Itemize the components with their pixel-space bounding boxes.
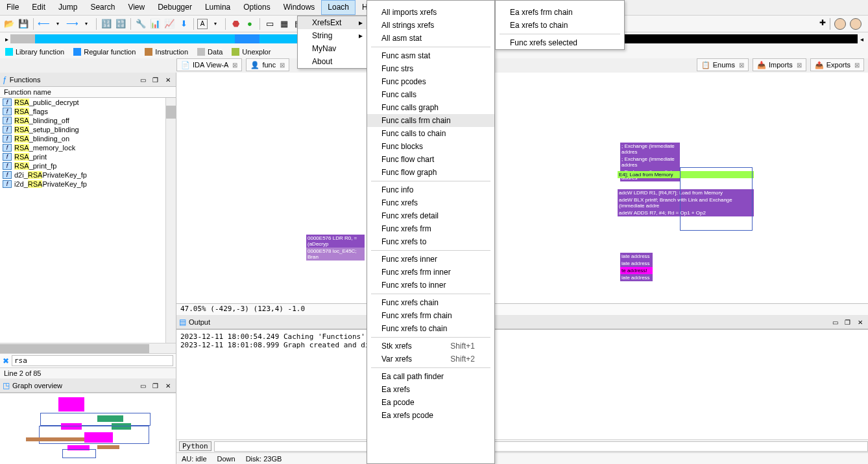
menu-item[interactable]: Ea xrefs to chain: [496, 19, 624, 32]
dock-icon[interactable]: ▭: [138, 76, 148, 84]
stop-icon[interactable]: ⬣: [229, 17, 242, 30]
menu-item[interactable]: Func xrefs inner: [367, 253, 494, 266]
dd-icon[interactable]: ▾: [51, 17, 64, 30]
menu-item[interactable]: Ea xrefs: [367, 383, 494, 396]
menu-debugger[interactable]: Debugger: [151, 0, 199, 15]
python-input[interactable]: [214, 441, 868, 452]
scroll-right-icon[interactable]: ◂: [858, 36, 865, 43]
close-icon[interactable]: ⊠: [232, 62, 237, 69]
avatar-icon[interactable]: [834, 18, 846, 30]
function-row[interactable]: fRSA_memory_lock: [0, 143, 176, 152]
menu-item[interactable]: Func calls: [367, 88, 494, 101]
xrefsext-submenu[interactable]: All imports xrefsAll strings xrefsAll as…: [367, 0, 495, 464]
menu-view[interactable]: View: [121, 0, 151, 15]
menu-item[interactable]: Var xrefsShift+2: [367, 353, 494, 365]
close-icon[interactable]: ✕: [163, 382, 173, 389]
tab[interactable]: 📋Enums⊠: [697, 58, 749, 71]
menu-file[interactable]: File: [0, 0, 25, 15]
menu-item[interactable]: Ea pcode: [367, 396, 494, 409]
menu-item[interactable]: Func calls to chain: [367, 127, 494, 140]
menu-item[interactable]: All imports xrefs: [367, 6, 494, 19]
menu-item[interactable]: Func xrefs frm chain: [367, 309, 494, 322]
ida-view[interactable]: 0000E576 LDR R0, =(aDecryp 0000E578 loc_…: [176, 73, 868, 303]
bin-icon[interactable]: 🔢: [100, 17, 113, 30]
down-icon[interactable]: ⬇: [177, 17, 190, 30]
function-row[interactable]: fRSA_print: [0, 152, 176, 161]
restore-icon[interactable]: ❐: [843, 319, 853, 326]
dd-icon[interactable]: ▾: [80, 17, 93, 30]
open-icon[interactable]: 📂: [3, 17, 16, 30]
tool-icon[interactable]: 📊: [149, 17, 162, 30]
tab[interactable]: 📤Exports⊠: [810, 58, 864, 71]
plugin-icon[interactable]: ✚: [819, 18, 826, 30]
menu-item[interactable]: About: [298, 55, 367, 68]
close-icon[interactable]: ✕: [163, 76, 173, 84]
menu-lumina[interactable]: Lumina: [199, 0, 237, 15]
menu-item[interactable]: Ea call path finder: [367, 370, 494, 383]
menu-jump[interactable]: Jump: [52, 0, 84, 15]
filter-input[interactable]: [12, 355, 173, 366]
function-row[interactable]: fRSA_blinding_on: [0, 134, 176, 143]
save-icon[interactable]: 💾: [17, 17, 30, 30]
menu-search[interactable]: Search: [84, 0, 121, 15]
menu-item[interactable]: Func xrefs: [367, 196, 494, 209]
close-icon[interactable]: ⊠: [739, 62, 744, 69]
menu-item[interactable]: Ea xrefs frm chain: [496, 6, 624, 19]
menu-item[interactable]: MyNav: [298, 42, 367, 55]
win-icon[interactable]: ▭: [263, 17, 276, 30]
menu-item[interactable]: Func blocks: [367, 140, 494, 153]
menu-item[interactable]: Func flow graph: [367, 166, 494, 179]
restore-icon[interactable]: ❐: [151, 382, 161, 389]
graph-overview[interactable]: [0, 393, 176, 464]
scroll-left-icon[interactable]: ▸: [3, 36, 10, 43]
menu-item[interactable]: Func xrefs frm: [367, 222, 494, 235]
restore-icon[interactable]: ❐: [151, 76, 161, 84]
close-icon[interactable]: ⊠: [797, 62, 802, 69]
back-icon[interactable]: ⟵: [37, 17, 50, 30]
hex-icon[interactable]: 🔡: [114, 17, 127, 30]
menu-item[interactable]: Func calls frm chain: [367, 114, 494, 127]
menu-item[interactable]: Func strs: [367, 62, 494, 75]
xrefsext-submenu-2[interactable]: Ea xrefs frm chainEa xrefs to chainFunc …: [495, 0, 625, 50]
menu-loach[interactable]: Loach: [321, 0, 356, 15]
loach-menu[interactable]: XrefsExtStringMyNavAbout: [297, 16, 367, 69]
menu-item[interactable]: Func xrefs frm inner: [367, 266, 494, 279]
output-pane[interactable]: 2023-12-11 18:00:54.249 Caching 'Functio…: [176, 329, 868, 439]
menu-item[interactable]: Func xrefs to: [367, 235, 494, 248]
dd-icon[interactable]: ▾: [209, 17, 222, 30]
column-header[interactable]: Function name: [0, 87, 176, 98]
run-icon[interactable]: ●: [243, 17, 256, 30]
function-row[interactable]: fi2d_RSAPrivateKey_fp: [0, 180, 176, 189]
dock-icon[interactable]: ▭: [830, 319, 840, 326]
function-row[interactable]: fRSA_setup_blinding: [0, 125, 176, 134]
scrollbar[interactable]: [165, 98, 176, 343]
menu-item[interactable]: Func pcodes: [367, 75, 494, 88]
menu-options[interactable]: Options: [237, 0, 276, 15]
menu-item[interactable]: All asm stat: [367, 32, 494, 45]
menu-item[interactable]: XrefsExt: [298, 16, 367, 29]
menu-item[interactable]: Func xrefs chain: [367, 296, 494, 309]
menu-item[interactable]: Func xrefs to inner: [367, 279, 494, 292]
tool-icon[interactable]: 🔧: [134, 17, 147, 30]
text-icon[interactable]: A: [197, 19, 208, 29]
tab[interactable]: 📄IDA View-A⊠: [176, 58, 242, 71]
function-row[interactable]: fd2i_RSAPrivateKey_fp: [0, 170, 176, 180]
menu-item[interactable]: Stk xrefsShift+1: [367, 340, 494, 353]
menu-edit[interactable]: Edit: [25, 0, 52, 15]
menu-windows[interactable]: Windows: [277, 0, 322, 15]
function-row[interactable]: fRSA_flags: [0, 107, 176, 116]
close-icon[interactable]: ✕: [855, 319, 865, 326]
menu-item[interactable]: Func info: [367, 183, 494, 196]
function-row[interactable]: fRSA_print_fp: [0, 161, 176, 170]
menu-item[interactable]: Func asm stat: [367, 49, 494, 62]
python-label[interactable]: Python: [179, 441, 211, 451]
menu-item[interactable]: String: [298, 29, 367, 42]
menu-item[interactable]: Func xrefs detail: [367, 209, 494, 222]
function-row[interactable]: fRSA_blinding_off: [0, 116, 176, 125]
avatar-icon[interactable]: [850, 18, 862, 30]
win-icon[interactable]: ▦: [278, 17, 291, 30]
menu-item[interactable]: Func xrefs selected: [496, 36, 624, 49]
fwd-icon[interactable]: ⟶: [66, 17, 78, 30]
close-icon[interactable]: ⊠: [280, 62, 285, 69]
menu-item[interactable]: Func calls graph: [367, 101, 494, 114]
